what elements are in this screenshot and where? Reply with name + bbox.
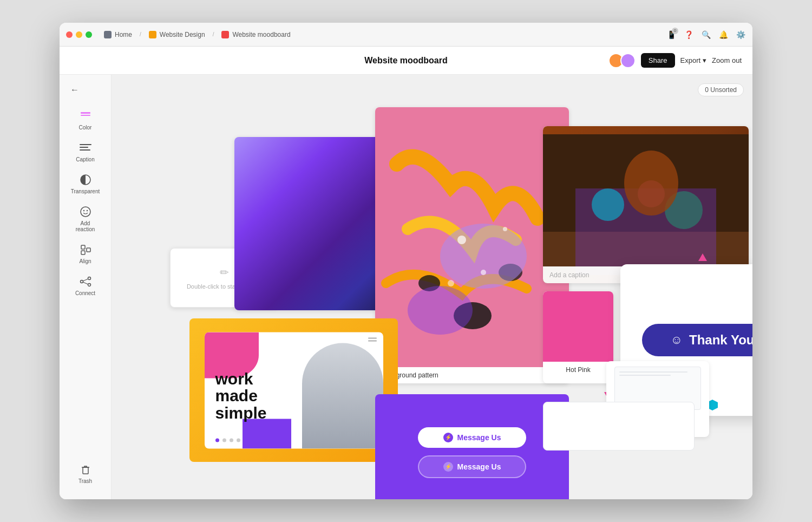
sidebar-item-trash[interactable]: Trash [64,459,107,488]
canvas-area[interactable]: 0 Unsorted ✏ Double-click to start drawi… [112,75,752,499]
transparent-icon [79,173,92,186]
svg-rect-11 [87,248,90,252]
maximize-button[interactable] [86,31,92,38]
reaction-label: Add reaction [70,220,101,232]
home-tab-icon [104,31,112,38]
website-tab-icon [149,31,156,38]
header-right-actions: Share Export ▾ Zoom out [608,53,742,68]
svg-point-27 [503,227,507,231]
svg-rect-17 [83,467,88,474]
svg-line-15 [83,279,88,281]
message-card[interactable]: ⚡ Message Us ⚡ Message Us [375,394,569,499]
pencil-icon: ✏ [220,266,229,279]
dot-1 [222,438,226,442]
smiley-icon: ☺ [671,333,683,347]
help-icon[interactable]: ❓ [683,29,694,40]
back-button[interactable]: ← [66,81,83,99]
device-badge: 0 [672,28,678,34]
svg-rect-2 [80,144,91,145]
share-button[interactable]: Share [641,53,675,68]
export-chevron-icon: ▾ [703,56,706,64]
svg-point-22 [440,224,527,289]
transparent-label: Transparent [71,188,100,194]
purple-shape [243,419,291,448]
sidebar-item-align[interactable]: Align [64,239,107,269]
hotpink-label: Hot Pink [543,362,613,378]
svg-point-25 [481,270,486,275]
hotpink-card[interactable]: Hot Pink [543,291,613,383]
caption-icon [79,141,92,154]
caption-label: Caption [76,156,94,162]
svg-point-24 [457,236,466,244]
settings-icon[interactable]: ⚙️ [735,29,746,40]
svg-rect-9 [81,245,85,249]
svg-line-16 [83,282,88,284]
svg-rect-1 [81,115,90,116]
dot-3 [237,438,240,442]
work-inner: work made simple [205,332,383,448]
connect-label: Connect [75,290,95,296]
message-btn-outline-label: Message Us [457,462,501,471]
splatter-bg [375,107,569,383]
collaborator-avatars [608,53,636,68]
minimize-button[interactable] [76,31,82,38]
svg-rect-3 [80,147,88,148]
website-tab-label: Website Design [160,31,205,38]
trash-icon [79,463,92,476]
text-edit-area[interactable] [543,402,695,451]
close-button[interactable] [66,31,73,38]
svg-point-23 [408,286,473,335]
reaction-icon [79,205,92,218]
export-button[interactable]: Export ▾ [680,56,707,64]
photo-card[interactable]: Add a caption [543,126,749,283]
photo-bg [543,126,749,283]
sidebar-item-color[interactable]: Color [64,105,107,135]
svg-point-7 [83,210,84,211]
unsorted-badge[interactable]: 0 Unsorted [698,83,744,96]
svg-point-12 [80,280,83,283]
sidebar-item-caption[interactable]: Caption [64,137,107,167]
tab-separator-1: / [140,31,141,37]
connect-icon [79,275,92,288]
messenger-icon-1: ⚡ [443,433,453,442]
page-title: Website moodboard [364,56,448,66]
work-card[interactable]: work made simple [189,318,398,462]
svg-rect-10 [81,251,85,255]
triangle-deco-1 [698,253,707,261]
sidebar-item-reaction[interactable]: Add reaction [64,201,107,237]
main-layout: ← Color Caption Transparent [60,75,752,499]
color-label: Color [79,125,92,130]
svg-point-26 [448,280,454,286]
sidebar-item-connect[interactable]: Connect [64,271,107,301]
person-silhouette [302,343,383,448]
tab-home[interactable]: Home [99,29,137,41]
export-label: Export [680,56,701,64]
app-window: Home / Website Design / Website moodboar… [60,23,752,499]
moodboard-tab-icon [221,31,229,38]
zoom-button[interactable]: Zoom out [712,56,742,64]
avatar-2 [620,53,636,68]
tab-website-design[interactable]: Website Design [143,29,211,41]
search-icon[interactable]: 🔍 [700,29,711,40]
tab-separator-2: / [213,31,214,37]
carousel-dots [215,438,240,442]
app-header: Website moodboard Share Export ▾ Zoom ou… [60,47,752,75]
thankyou-button[interactable]: ☺ Thank You [642,324,752,356]
notifications-icon[interactable]: 🔔 [718,29,729,40]
traffic-lights [66,31,92,38]
message-btn-primary[interactable]: ⚡ Message Us [418,427,526,448]
svg-rect-0 [81,112,90,114]
svg-point-31 [592,188,624,221]
sidebar-item-transparent[interactable]: Transparent [64,169,107,199]
home-tab-label: Home [115,31,132,38]
titlebar-actions: 📱 0 ❓ 🔍 🔔 ⚙️ [666,29,746,40]
device-icon[interactable]: 📱 0 [666,29,677,40]
sidebar: ← Color Caption Transparent [60,75,112,499]
lines-icon [368,337,377,341]
tab-moodboard[interactable]: Website moodboard [216,29,296,41]
work-title: work made simple [215,370,267,421]
svg-point-34 [624,151,678,216]
splatter-card[interactable]: Background pattern [375,107,569,383]
message-btn-outline[interactable]: ⚡ Message Us [418,455,526,478]
trash-label: Trash [78,478,92,484]
